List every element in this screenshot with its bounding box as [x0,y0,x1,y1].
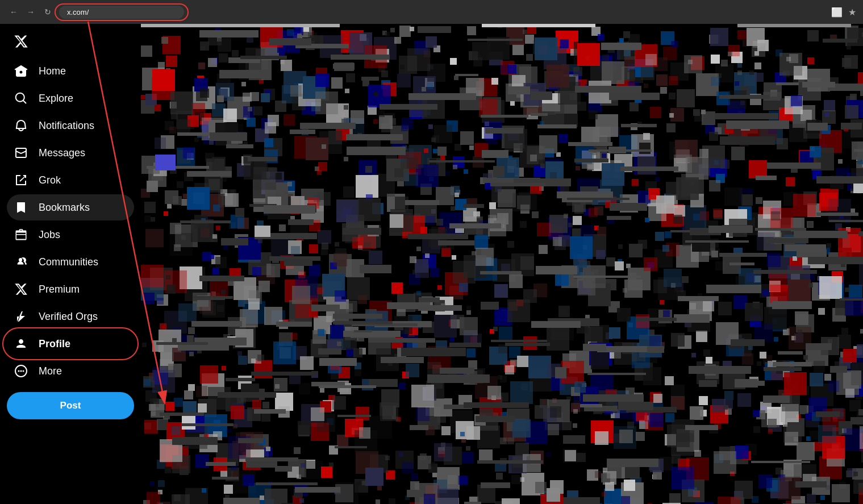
content-area [141,24,863,504]
notifications-label: Notifications [39,120,94,132]
sidebar-item-home[interactable]: Home [7,58,134,84]
sidebar-item-bookmarks[interactable]: Bookmarks [7,194,134,220]
sidebar-item-grok[interactable]: Grok [7,167,134,193]
forward-button[interactable]: → [24,5,37,19]
briefcase-icon [14,227,28,242]
svg-point-3 [23,370,24,372]
communities-label: Communities [39,256,98,268]
verified-orgs-label: Verified Orgs [39,311,98,323]
sidebar-item-profile[interactable]: Profile [7,331,134,357]
dots-circle-icon [14,364,28,378]
x-logo[interactable] [7,28,134,55]
main-area: Home Explore Notifications Messages [0,24,863,504]
lightning-icon [14,309,28,324]
bookmark-star-icon[interactable]: ★ [848,7,856,18]
messages-label: Messages [39,147,85,159]
browser-chrome: ← → ↻ ⬜ ★ [0,0,863,24]
browser-right-icons: ⬜ ★ [831,7,856,18]
home-label: Home [39,65,66,77]
sidebar-item-verified-orgs[interactable]: Verified Orgs [7,303,134,330]
address-bar[interactable] [59,6,184,19]
bell-icon [14,118,28,133]
communities-icon [14,255,28,269]
content-canvas [141,24,863,504]
post-button[interactable]: Post [7,392,134,419]
sidebar-item-more[interactable]: More [7,358,134,384]
person-icon [14,336,28,351]
bookmarks-label: Bookmarks [39,202,90,214]
grok-icon [14,173,28,188]
sidebar-item-notifications[interactable]: Notifications [7,113,134,139]
sidebar: Home Explore Notifications Messages [0,24,141,504]
envelope-icon [14,145,28,160]
svg-point-1 [18,370,20,372]
reload-button[interactable]: ↻ [41,5,55,19]
home-icon [14,64,28,78]
grok-label: Grok [39,174,61,186]
sidebar-item-jobs[interactable]: Jobs [7,222,134,248]
sidebar-item-premium[interactable]: Premium [7,276,134,302]
back-button[interactable]: ← [7,5,20,19]
more-label: More [39,365,62,377]
sidebar-item-messages[interactable]: Messages [7,140,134,166]
premium-label: Premium [39,284,80,295]
address-bar-container [59,6,184,19]
cast-icon[interactable]: ⬜ [831,7,843,18]
bookmark-icon [14,200,28,215]
browser-nav-buttons: ← → ↻ [7,5,55,19]
svg-point-2 [20,370,22,372]
sidebar-item-communities[interactable]: Communities [7,249,134,275]
explore-label: Explore [39,93,73,105]
sidebar-item-explore[interactable]: Explore [7,85,134,111]
profile-label: Profile [39,338,70,350]
premium-icon [14,282,28,297]
x-logo-icon [14,34,28,49]
jobs-label: Jobs [39,229,60,241]
explore-icon [14,91,28,106]
